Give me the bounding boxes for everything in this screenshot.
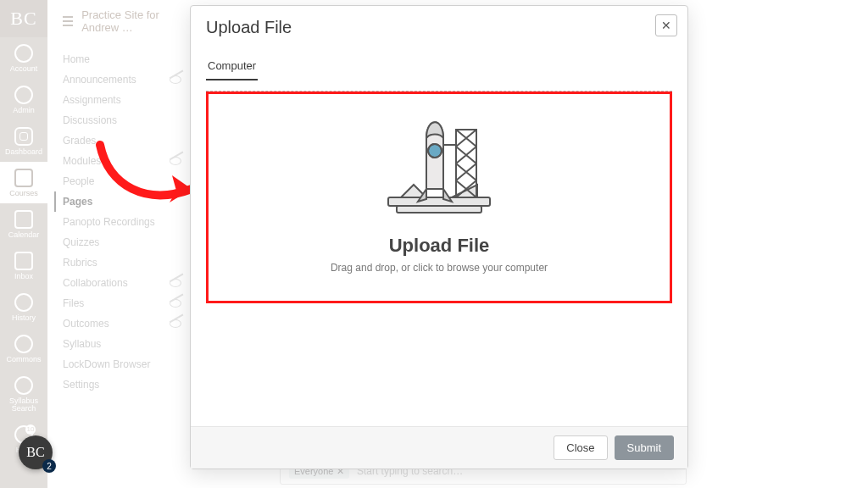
cnav-files[interactable]: Files [63, 293, 181, 313]
submit-button[interactable]: Submit [615, 435, 674, 460]
dashboard-icon [14, 127, 33, 146]
brand-logo[interactable]: BC [0, 0, 47, 37]
nav-history[interactable]: History [0, 286, 47, 328]
nav-syllabus-search[interactable]: Syllabus Search [0, 369, 47, 419]
cnav-lockdown[interactable]: LockDown Browser [63, 354, 181, 374]
nav-admin[interactable]: Admin [0, 79, 47, 120]
hidden-icon [170, 319, 181, 328]
help-badge: 10 [25, 424, 36, 435]
nav-inbox[interactable]: Inbox [0, 245, 47, 286]
cnav-announcements[interactable]: Announcements [63, 69, 181, 90]
nav-dashboard[interactable]: Dashboard [0, 120, 47, 162]
cnav-home[interactable]: Home [63, 49, 181, 69]
hidden-icon [170, 299, 181, 308]
history-icon [14, 293, 33, 312]
close-footer-button[interactable]: Close [554, 435, 607, 460]
upload-file-modal: Upload File ✕ Computer [190, 5, 688, 469]
global-nav: BC Account Admin Dashboard Courses Calen… [0, 0, 47, 488]
user-circle-icon [14, 44, 33, 63]
close-icon: ✕ [661, 19, 671, 32]
close-button[interactable]: ✕ [655, 14, 677, 36]
admin-icon [14, 86, 33, 104]
course-header: Practice Site for Andrew … [63, 8, 181, 34]
cnav-syllabus[interactable]: Syllabus [63, 334, 181, 354]
cnav-settings[interactable]: Settings [63, 374, 181, 395]
modal-tabs: Computer [191, 54, 687, 80]
hidden-icon [170, 75, 181, 84]
svg-rect-1 [397, 206, 481, 213]
menu-toggle-icon[interactable] [63, 16, 73, 26]
modal-footer: Close Submit [191, 426, 687, 469]
cnav-discussions[interactable]: Discussions [63, 110, 181, 130]
calendar-icon [14, 210, 33, 229]
modal-header: Upload File ✕ [191, 6, 687, 54]
book-icon [14, 169, 33, 187]
cnav-outcomes[interactable]: Outcomes [63, 313, 181, 334]
nav-calendar[interactable]: Calendar [0, 203, 47, 245]
dropzone-title: Upload File [389, 235, 490, 257]
nav-account[interactable]: Account [0, 37, 47, 79]
cnav-assignments[interactable]: Assignments [63, 90, 181, 110]
cnav-rubrics[interactable]: Rubrics [63, 252, 181, 273]
svg-rect-0 [388, 197, 490, 206]
search-icon [14, 376, 33, 395]
hidden-icon [170, 279, 181, 287]
course-nav: Practice Site for Andrew … Home Announce… [47, 0, 192, 488]
commons-icon [14, 335, 33, 353]
tab-computer[interactable]: Computer [206, 59, 258, 80]
cnav-quizzes[interactable]: Quizzes [63, 232, 181, 252]
rocket-icon [376, 104, 503, 223]
dropzone-subtitle: Drag and drop, or click to browse your c… [331, 262, 548, 274]
modal-body: Upload File Drag and drop, or click to b… [191, 80, 687, 426]
nav-commons[interactable]: Commons [0, 328, 47, 369]
avatar[interactable]: BC 2 [19, 435, 53, 469]
modal-title: Upload File [206, 18, 672, 37]
course-title: Practice Site for Andrew … [81, 8, 181, 34]
avatar-badge: 2 [42, 459, 56, 473]
nav-courses[interactable]: Courses [0, 162, 47, 203]
annotation-arrow-icon [92, 140, 206, 216]
upload-dropzone[interactable]: Upload File Drag and drop, or click to b… [206, 92, 672, 303]
cnav-collaborations[interactable]: Collaborations [63, 273, 181, 293]
inbox-icon [14, 252, 33, 270]
